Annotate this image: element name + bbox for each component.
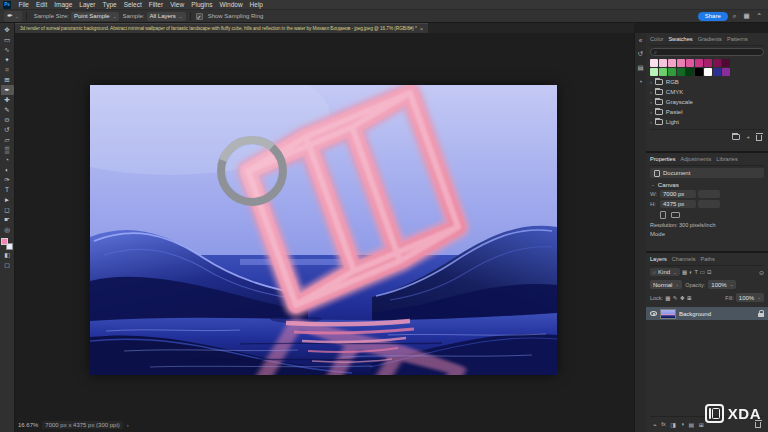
- canvas-width-field[interactable]: 7000 px: [660, 190, 696, 198]
- swatch[interactable]: [722, 68, 730, 76]
- menu-help[interactable]: Help: [246, 1, 266, 8]
- canvas-section-header[interactable]: ⌄ Canvas: [650, 181, 764, 188]
- layer-lock-icon[interactable]: [758, 313, 764, 318]
- document-tab[interactable]: 3d render of surreal panoramic backgroun…: [15, 23, 428, 33]
- swatch-folder-grayscale[interactable]: ›Grayscale: [650, 97, 764, 107]
- menu-filter[interactable]: Filter: [145, 1, 166, 8]
- height-unit-field[interactable]: [698, 200, 720, 208]
- lock-transparency-icon[interactable]: ▦: [665, 295, 670, 301]
- swatch-folder-pastel[interactable]: ›Pastel: [650, 107, 764, 117]
- lasso-tool[interactable]: ∿: [1, 45, 14, 55]
- canvas-height-field[interactable]: 4375 px: [660, 200, 696, 208]
- expand-caret-icon[interactable]: ›: [650, 89, 652, 95]
- eyedropper-preset-button[interactable]: ✒ ⌄: [4, 11, 22, 22]
- close-tab-icon[interactable]: ×: [420, 26, 424, 32]
- swatch-folder-light[interactable]: ›Light: [650, 117, 764, 127]
- history-panel-icon[interactable]: ↺: [638, 50, 643, 58]
- swatch[interactable]: [677, 59, 685, 67]
- zoom-level-field[interactable]: 16.67%: [18, 422, 38, 428]
- swatch[interactable]: [704, 68, 712, 76]
- status-chevron-icon[interactable]: ›: [127, 422, 129, 428]
- swatch[interactable]: [659, 68, 667, 76]
- opacity-dropdown[interactable]: 100% ⌄: [708, 280, 736, 289]
- tab-channels[interactable]: Channels: [672, 256, 696, 262]
- delete-swatch-icon[interactable]: [756, 135, 762, 141]
- swatch-folder-cmyk[interactable]: ›CMYK: [650, 87, 764, 97]
- expand-caret-icon[interactable]: ›: [650, 109, 652, 115]
- swatch[interactable]: [650, 68, 658, 76]
- menu-image[interactable]: Image: [51, 1, 76, 8]
- collapse-dock-icon[interactable]: «: [639, 37, 643, 44]
- tab-adjustments[interactable]: Adjustments: [681, 156, 712, 162]
- eraser-tool[interactable]: ▱: [1, 135, 14, 145]
- type-tool[interactable]: T: [1, 185, 14, 195]
- visibility-eye-icon[interactable]: [650, 311, 657, 316]
- expand-caret-icon[interactable]: ›: [650, 99, 652, 105]
- dodge-tool[interactable]: ◐: [1, 165, 14, 175]
- lock-pixels-icon[interactable]: ✎: [673, 295, 678, 301]
- swatch[interactable]: [659, 59, 667, 67]
- swatch[interactable]: [713, 68, 721, 76]
- document-type-row[interactable]: Document: [650, 168, 764, 178]
- hand-tool[interactable]: ☛: [1, 215, 14, 225]
- layer-style-icon[interactable]: fx: [661, 421, 666, 427]
- tab-paths[interactable]: Paths: [700, 256, 714, 262]
- shape-tool[interactable]: ◻: [1, 205, 14, 215]
- fill-dropdown[interactable]: 100% ⌄: [736, 293, 764, 302]
- layer-row-background[interactable]: Background: [646, 307, 768, 320]
- menu-view[interactable]: View: [167, 1, 188, 8]
- type-filter-icon[interactable]: T: [694, 269, 697, 275]
- swatch[interactable]: [668, 59, 676, 67]
- shape-filter-icon[interactable]: ▭: [700, 269, 705, 275]
- filter-kind-dropdown[interactable]: ⌕ Kind ⌄: [650, 268, 680, 276]
- clone-stamp-tool[interactable]: ⊙: [1, 115, 14, 125]
- marquee-tool[interactable]: ▭: [1, 35, 14, 45]
- brush-tool[interactable]: ✎: [1, 105, 14, 115]
- swatch[interactable]: [686, 68, 694, 76]
- document-canvas[interactable]: [90, 85, 557, 375]
- tab-swatches[interactable]: Swatches: [668, 36, 692, 42]
- tab-libraries[interactable]: Libraries: [716, 156, 737, 162]
- comments-panel-icon[interactable]: ◔: [639, 78, 643, 85]
- sample-size-dropdown[interactable]: Point Sample ⌄: [71, 12, 119, 21]
- new-swatch-icon[interactable]: +: [746, 134, 750, 140]
- new-layer-icon[interactable]: ⊞: [699, 421, 704, 428]
- lock-position-icon[interactable]: ✥: [680, 295, 685, 301]
- canvas-artwork[interactable]: [90, 85, 557, 375]
- document-info-field[interactable]: 7000 px x 4375 px (300 ppi): [42, 421, 122, 429]
- swatch[interactable]: [704, 59, 712, 67]
- layer-group-icon[interactable]: ▤: [689, 421, 695, 428]
- frame-tool[interactable]: ⊞: [1, 75, 14, 85]
- swatch[interactable]: [713, 59, 721, 67]
- swatch[interactable]: [668, 68, 676, 76]
- menu-layer[interactable]: Layer: [76, 1, 99, 8]
- screen-mode-button[interactable]: ▢: [1, 261, 14, 270]
- swatch[interactable]: [686, 59, 694, 67]
- photoshop-logo-icon[interactable]: Ps: [3, 1, 11, 9]
- menu-window[interactable]: Window: [216, 1, 246, 8]
- color-swatches-widget[interactable]: [1, 238, 13, 250]
- canvas-area[interactable]: 16.67% 7000 px x 4375 px (300 ppi) ›: [15, 33, 634, 432]
- menu-plugins[interactable]: Plugins: [188, 1, 216, 8]
- swatch[interactable]: [650, 59, 658, 67]
- search-icon[interactable]: ⌕: [731, 12, 739, 20]
- show-sampling-ring-checkbox[interactable]: ✓: [196, 13, 203, 20]
- swatch-folder-rgb[interactable]: ›RGB: [650, 77, 764, 87]
- menu-edit[interactable]: Edit: [32, 1, 50, 8]
- blur-tool[interactable]: ◔: [1, 155, 14, 165]
- expand-caret-icon[interactable]: ›: [650, 119, 652, 125]
- tab-gradients[interactable]: Gradients: [698, 36, 722, 42]
- zoom-tool[interactable]: ◎: [1, 225, 14, 235]
- foreground-color-swatch[interactable]: [1, 238, 8, 245]
- crop-tool[interactable]: ⌗: [1, 65, 14, 75]
- healing-brush-tool[interactable]: ✚: [1, 95, 14, 105]
- gradient-tool[interactable]: ▒: [1, 145, 14, 155]
- history-brush-tool[interactable]: ↺: [1, 125, 14, 135]
- landscape-orientation-icon[interactable]: [671, 212, 680, 218]
- menu-select[interactable]: Select: [120, 1, 145, 8]
- filter-toggle-icon[interactable]: ⊙: [759, 269, 764, 276]
- collapse-chevron-icon[interactable]: ⌃: [755, 12, 764, 20]
- tab-color[interactable]: Color: [650, 36, 663, 42]
- menu-file[interactable]: File: [15, 1, 32, 8]
- swatch[interactable]: [695, 59, 703, 67]
